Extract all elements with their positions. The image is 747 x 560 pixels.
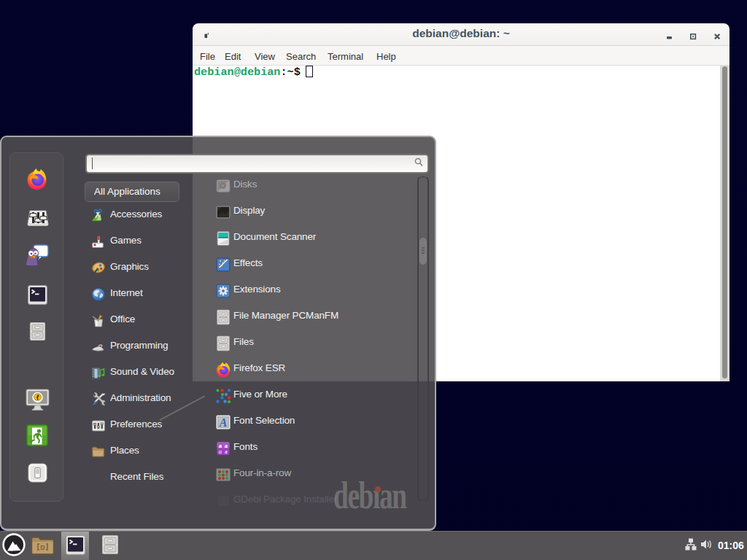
svg-text:a: a [225,448,228,455]
svg-text:A: A [219,416,228,429]
svg-text:a: a [219,448,222,455]
svg-text:D: D [40,544,45,551]
